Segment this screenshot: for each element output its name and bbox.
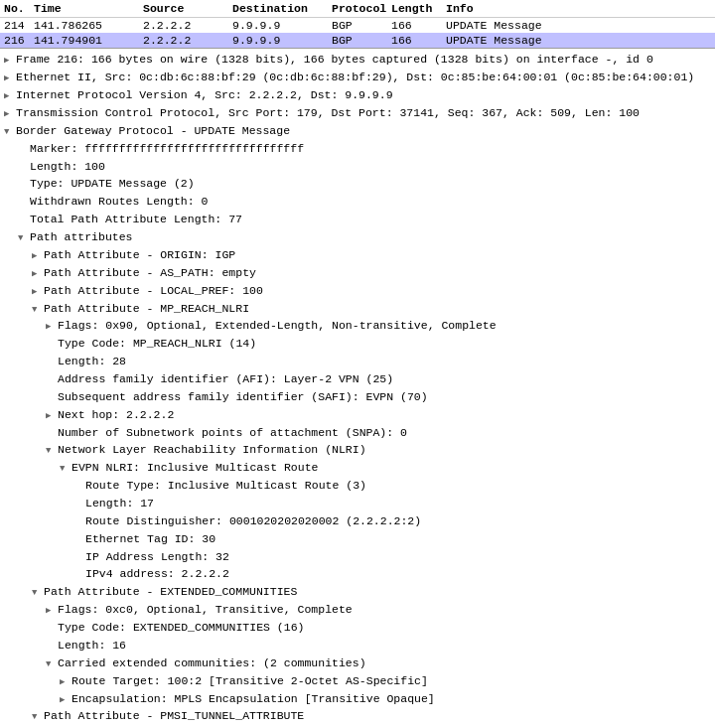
line-text: IP Address Length: 32 [85, 548, 229, 566]
expand-icon[interactable] [60, 459, 72, 477]
expand-icon[interactable] [46, 601, 58, 619]
expand-icon[interactable] [32, 707, 44, 725]
detail-line: Encapsulation: MPLS Encapsulation [Trans… [4, 690, 711, 708]
detail-line: Type Code: MP_REACH_NLRI (14) [4, 335, 711, 353]
expand-icon[interactable] [32, 246, 44, 264]
col-header-source: Source [143, 2, 232, 15]
line-text: Withdrawn Routes Length: 0 [30, 193, 208, 211]
detail-line: Route Target: 100:2 [Transitive 2-Octet … [4, 672, 711, 690]
expand-icon[interactable] [4, 122, 16, 140]
detail-line: Route Type: Inclusive Multicast Route (3… [4, 477, 711, 495]
detail-line: Path Attribute - EXTENDED_COMMUNITIES [4, 583, 711, 601]
expand-icon[interactable] [32, 264, 44, 282]
detail-line: Length: 28 [4, 353, 711, 370]
line-text: Address family identifier (AFI): Layer-2… [58, 370, 393, 388]
expand-icon[interactable] [60, 672, 72, 690]
detail-line: Length: 17 [4, 495, 711, 512]
table-row[interactable]: 216 141.794901 2.2.2.2 9.9.9.9 BGP 166 U… [0, 33, 715, 48]
detail-line: Subsequent address family identifier (SA… [4, 388, 711, 406]
cell-destination: 9.9.9.9 [232, 34, 332, 47]
line-text: Type: UPDATE Message (2) [30, 175, 195, 193]
line-text: Border Gateway Protocol - UPDATE Message [16, 122, 290, 140]
cell-destination: 9.9.9.9 [232, 19, 332, 32]
table-row[interactable]: 214 141.786265 2.2.2.2 9.9.9.9 BGP 166 U… [0, 18, 715, 33]
detail-line: Total Path Attribute Length: 77 [4, 211, 711, 228]
expand-icon[interactable] [4, 86, 16, 104]
expand-icon[interactable] [32, 300, 44, 318]
line-text: Carried extended communities: (2 communi… [58, 655, 366, 672]
cell-source: 2.2.2.2 [143, 34, 232, 47]
cell-protocol: BGP [332, 34, 391, 47]
cell-length: 166 [391, 34, 446, 47]
expand-icon[interactable] [32, 583, 44, 601]
expand-icon[interactable] [46, 317, 58, 335]
detail-line: Path Attribute - AS_PATH: empty [4, 264, 711, 282]
detail-line: Length: 16 [4, 637, 711, 655]
col-header-info: Info [446, 2, 711, 15]
expand-icon[interactable] [4, 51, 16, 69]
cell-length: 166 [391, 19, 446, 32]
line-text: Flags: 0xc0, Optional, Transitive, Compl… [58, 601, 353, 619]
detail-line: Ethernet Tag ID: 30 [4, 530, 711, 548]
line-text: EVPN NLRI: Inclusive Multicast Route [72, 459, 318, 477]
line-text: Length: 17 [85, 495, 154, 512]
detail-line: Flags: 0x90, Optional, Extended-Length, … [4, 317, 711, 335]
expand-icon[interactable] [46, 655, 58, 672]
line-text: Type Code: EXTENDED_COMMUNITIES (16) [58, 619, 304, 637]
line-text: IPv4 address: 2.2.2.2 [85, 565, 229, 583]
detail-line: Network Layer Reachability Information (… [4, 441, 711, 459]
detail-lines: Frame 216: 166 bytes on wire (1328 bits)… [4, 51, 711, 728]
line-text: Path attributes [30, 228, 133, 246]
col-header-destination: Destination [232, 2, 332, 15]
detail-line: Path Attribute - PMSI_TUNNEL_ATTRIBUTE [4, 707, 711, 725]
detail-line: Frame 216: 166 bytes on wire (1328 bits)… [4, 51, 711, 69]
detail-line: Type Code: EXTENDED_COMMUNITIES (16) [4, 619, 711, 637]
expand-icon[interactable] [46, 406, 58, 424]
packet-rows: 214 141.786265 2.2.2.2 9.9.9.9 BGP 166 U… [0, 18, 715, 48]
detail-line: Border Gateway Protocol - UPDATE Message [4, 122, 711, 140]
expand-icon[interactable] [18, 228, 30, 246]
line-text: Path Attribute - AS_PATH: empty [44, 264, 256, 282]
detail-line: Route Distinguisher: 0001020202020002 (2… [4, 512, 711, 530]
cell-source: 2.2.2.2 [143, 19, 232, 32]
table-header: No. Time Source Destination Protocol Len… [0, 0, 715, 18]
detail-line: Length: 100 [4, 158, 711, 176]
line-text: Length: 100 [30, 158, 105, 176]
detail-line: Path Attribute - LOCAL_PREF: 100 [4, 282, 711, 300]
detail-line: Ethernet II, Src: 0c:db:6c:88:bf:29 (0c:… [4, 69, 711, 86]
detail-line: EVPN NLRI: Inclusive Multicast Route [4, 459, 711, 477]
line-text: Flags: 0x90, Optional, Extended-Length, … [58, 317, 497, 335]
line-text: Path Attribute - LOCAL_PREF: 100 [44, 282, 263, 300]
line-text: Marker: ffffffffffffffffffffffffffffffff [30, 140, 304, 158]
expand-icon[interactable] [4, 104, 16, 122]
expand-icon[interactable] [60, 690, 72, 708]
line-text: Network Layer Reachability Information (… [58, 441, 366, 459]
detail-line: Path attributes [4, 228, 711, 246]
line-text: Path Attribute - EXTENDED_COMMUNITIES [44, 583, 297, 601]
expand-icon[interactable] [4, 69, 16, 86]
detail-line: IPv4 address: 2.2.2.2 [4, 565, 711, 583]
detail-line: Type: UPDATE Message (2) [4, 175, 711, 193]
detail-line: Marker: ffffffffffffffffffffffffffffffff [4, 140, 711, 158]
cell-protocol: BGP [332, 19, 391, 32]
expand-icon[interactable] [46, 441, 58, 459]
cell-time: 141.786265 [34, 19, 143, 32]
detail-line: Transmission Control Protocol, Src Port:… [4, 104, 711, 122]
detail-line: Path Attribute - ORIGIN: IGP [4, 246, 711, 264]
line-text: Length: 16 [58, 637, 126, 655]
detail-line: IP Address Length: 32 [4, 548, 711, 566]
cell-time: 141.794901 [34, 34, 143, 47]
line-text: Path Attribute - ORIGIN: IGP [44, 246, 235, 264]
col-header-no: No. [4, 2, 34, 15]
line-text: Route Type: Inclusive Multicast Route (3… [85, 477, 366, 495]
expand-icon[interactable] [32, 282, 44, 300]
detail-line: Path Attribute - MP_REACH_NLRI [4, 300, 711, 318]
line-text: Number of Subnetwork points of attachmen… [58, 424, 407, 442]
detail-line: Carried extended communities: (2 communi… [4, 655, 711, 672]
line-text: Type Code: MP_REACH_NLRI (14) [58, 335, 256, 353]
detail-line: Next hop: 2.2.2.2 [4, 406, 711, 424]
cell-no: 216 [4, 34, 34, 47]
line-text: Ethernet II, Src: 0c:db:6c:88:bf:29 (0c:… [16, 69, 694, 86]
line-text: Subsequent address family identifier (SA… [58, 388, 428, 406]
col-header-time: Time [34, 2, 143, 15]
